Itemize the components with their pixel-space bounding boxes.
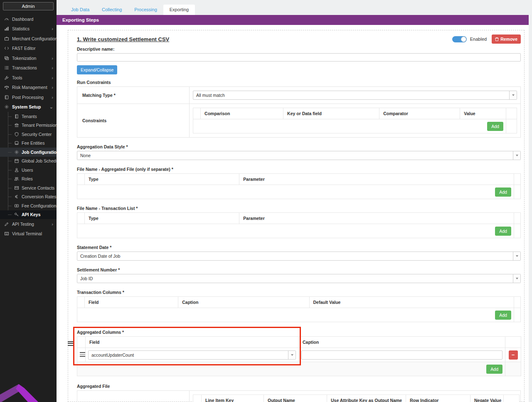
tab-exporting[interactable]: Exporting [163, 5, 195, 15]
aggregated-file-table: Line Item Keys Line Item Key Output Name… [77, 390, 521, 402]
sidebar-item-label: System Setup [12, 104, 41, 109]
sidebar-item-statistics[interactable]: Statistics › [0, 24, 57, 34]
sidebar-item-tenant-permissions[interactable]: Tenant Permissions [0, 121, 57, 130]
sidebar-item-virtual-terminal[interactable]: Virtual Terminal [0, 229, 57, 239]
settlement-number-select[interactable]: Job ID [77, 274, 521, 283]
aggregation-data-style-value: None [80, 153, 91, 158]
chevron-right-icon: › [52, 26, 53, 31]
transaction-columns-add-button[interactable]: Add [495, 311, 511, 320]
sidebar-item-label: Merchant Configuration [12, 36, 57, 41]
aggregated-columns-label: Aggregated Columns * [77, 330, 521, 335]
aggregated-column-field-select[interactable]: accountUpdaterCount [88, 350, 296, 360]
select-caret-icon [288, 351, 296, 359]
sidebar-item-api-keys[interactable]: API Keys [0, 210, 57, 219]
sidebar-item-fast-editor[interactable]: FAST Editor [0, 44, 57, 54]
sidebar-item-conversion-rates[interactable]: Conversion Rates [0, 192, 57, 202]
sidebar-item-job-configuration[interactable]: Job Configuration [0, 148, 57, 157]
brand-decoration [0, 377, 46, 402]
select-caret-icon [509, 91, 517, 99]
admin-brand-button[interactable]: Admin [3, 2, 54, 10]
sidebar-item-label: API Testing [12, 222, 34, 227]
select-caret-icon [513, 151, 520, 160]
col-header: Parameter [239, 213, 514, 224]
aggregation-data-style-select[interactable]: None [77, 151, 521, 160]
sidebar-item-label: Job Configuration [22, 150, 57, 155]
drag-handle-icon [68, 341, 73, 346]
section-drag-handle[interactable] [68, 340, 73, 348]
sidebar-item-transactions[interactable]: Transactions › [0, 63, 57, 73]
sidebar-item-label: Security Center [22, 132, 52, 137]
matching-type-select[interactable]: All must match [193, 91, 517, 100]
fast-editor-icon [4, 46, 9, 51]
sidebar-item-post-processing[interactable]: Post Processing › [0, 92, 57, 102]
sidebar-item-label: Transactions [12, 65, 37, 70]
col-header: Use Attribute Key as Output Name [327, 395, 406, 402]
file-name-transaction-label: File Name - Transaction List * [77, 206, 521, 211]
select-caret-icon [513, 252, 520, 260]
tenants-icon [14, 114, 19, 119]
sidebar-item-label: Fee Entities [22, 141, 44, 146]
col-header: Caption [178, 297, 309, 308]
users-icon [14, 168, 19, 173]
sidebar-item-tools[interactable]: Tools › [0, 73, 57, 83]
merchant-configuration-icon [4, 36, 9, 41]
sidebar-item-global-job-schedules[interactable]: Global Job Schedules [0, 157, 57, 166]
sidebar-item-tenants[interactable]: Tenants [0, 112, 57, 121]
service-contacts-icon [14, 185, 19, 190]
aggregated-columns-add-button[interactable]: Add [486, 365, 502, 374]
constraints-add-button[interactable]: Add [487, 122, 503, 131]
sidebar-item-tokenization[interactable]: Tokenization › [0, 53, 57, 63]
chevron-right-icon: › [52, 65, 53, 70]
sidebar-item-roles[interactable]: Roles [0, 175, 57, 184]
sidebar-item-service-contacts[interactable]: Service Contacts [0, 183, 57, 192]
remove-button[interactable]: Remove [492, 35, 521, 44]
sidebar-item-security-center[interactable]: Security Center [0, 130, 57, 139]
tab-processing[interactable]: Processing [128, 5, 163, 15]
aggregated-columns-section: Aggregated Columns * Field Caption [77, 330, 521, 376]
sidebar-item-system-setup[interactable]: System Setup ⌄ [0, 102, 57, 112]
sidebar-item-label: Tenant Permissions [22, 123, 57, 128]
line-item-keys-grid: Line Item Key Output Name Use Attribute … [193, 395, 520, 402]
sidebar-item-merchant-configuration[interactable]: Merchant Configuration › [0, 34, 57, 44]
remove-button-label: Remove [500, 37, 517, 42]
file-name-transaction-grid: Type Parameter Add [77, 212, 521, 238]
aggregated-column-remove-button[interactable]: − [509, 350, 518, 360]
job-configuration-icon [14, 150, 19, 155]
transaction-columns-grid: Field Caption Default Value Add [77, 296, 521, 322]
enabled-toggle[interactable] [452, 36, 467, 42]
statement-date-select[interactable]: Creation Date of Job [77, 252, 521, 261]
chevron-right-icon: › [52, 95, 53, 100]
security-center-icon [14, 132, 19, 137]
chevron-right-icon: › [52, 85, 53, 90]
step-title[interactable]: 1. Write customized Settlement CSV [77, 36, 169, 42]
matching-type-label: Matching Type * [77, 87, 190, 104]
sidebar-item-risk-management[interactable]: Risk Management › [0, 83, 57, 93]
drag-handle-icon[interactable] [80, 352, 85, 357]
tab-job-data[interactable]: Job Data [65, 5, 96, 15]
run-constraints-label: Run Constraints [77, 80, 521, 85]
fee-entities-icon [14, 141, 19, 146]
conversion-rates-icon [14, 194, 19, 199]
page: Admin Dashboard Statistics › Merchant Co… [0, 0, 532, 402]
sidebar-item-dashboard[interactable]: Dashboard [0, 14, 57, 24]
expand-collapse-button[interactable]: Expand/Collapse [77, 65, 117, 74]
sidebar-item-label: Service Contacts [22, 185, 54, 190]
system-setup-icon [4, 104, 9, 109]
col-header: Negate Value [470, 395, 504, 402]
sidebar-item-fee-entities[interactable]: Fee Entities [0, 139, 57, 148]
sidebar-item-label: Roles [22, 176, 33, 181]
chevron-right-icon: › [52, 222, 53, 227]
file-name-aggregated-add-button[interactable]: Add [495, 187, 511, 197]
sidebar-item-label: Tools [12, 75, 22, 80]
sidebar-item-users[interactable]: Users [0, 165, 57, 175]
aggregated-column-caption-input[interactable] [301, 350, 502, 360]
dashboard-icon [4, 17, 9, 22]
col-header: Type [85, 213, 239, 224]
tools-icon [4, 75, 9, 80]
file-name-transaction-add-button[interactable]: Add [495, 227, 511, 236]
line-item-keys-label: Line Item Keys [77, 391, 190, 402]
sidebar-item-fee-configuration[interactable]: Fee Configuration [0, 201, 57, 210]
descriptive-name-input[interactable] [77, 53, 521, 62]
tab-collecting[interactable]: Collecting [96, 5, 128, 15]
sidebar-item-api-testing[interactable]: API Testing › [0, 219, 57, 229]
